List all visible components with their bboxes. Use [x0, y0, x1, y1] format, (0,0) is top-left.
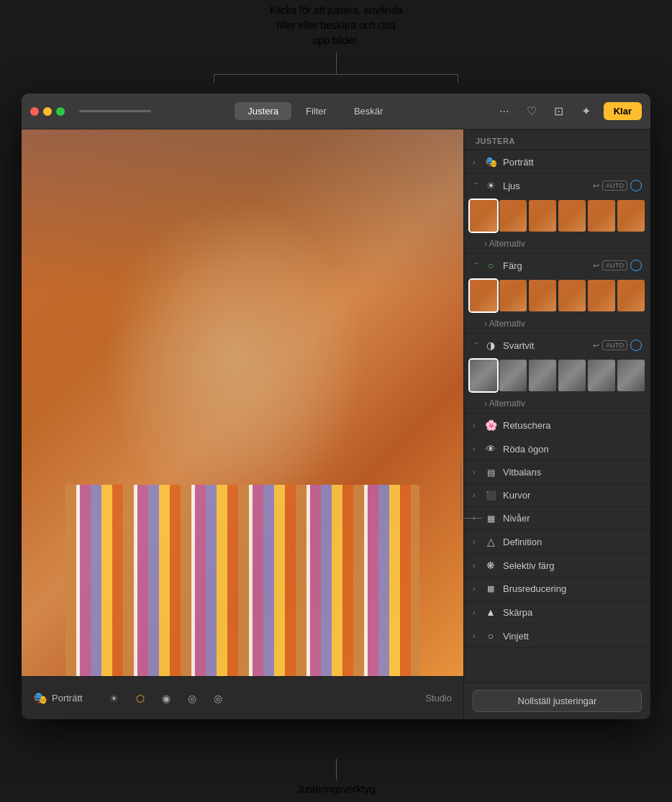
adjust-row-levels[interactable]: › ▦ Nivåer	[464, 507, 650, 529]
adjust-item-levels: › ▦ Nivåer	[464, 507, 650, 530]
adjust-row-light[interactable]: › ☀ Ljus ↩ AUTO	[464, 174, 650, 197]
magic-button[interactable]: ✦	[576, 101, 596, 122]
light-icon[interactable]: ☀	[106, 690, 123, 707]
light-undo[interactable]: ↩	[593, 181, 599, 191]
chevron-wb: ›	[473, 468, 480, 476]
bw-undo[interactable]: ↩	[593, 341, 599, 350]
reset-button[interactable]: Nollställ justeringar	[473, 690, 642, 712]
sharpen-label: Skärpa	[503, 607, 642, 618]
thumb-bw-6[interactable]	[617, 360, 645, 391]
chevron-bw: ›	[473, 342, 481, 349]
annotation-bracket	[214, 74, 458, 83]
adjust-row-selective[interactable]: › ❋ Selektiv färg	[464, 554, 650, 577]
thumb-color-3[interactable]	[529, 280, 556, 311]
retouch-label: Retuschera	[503, 420, 642, 431]
callout-line-horizontal	[460, 518, 482, 519]
heart-button[interactable]: ♡	[522, 101, 542, 122]
thumb-bw-1[interactable]	[470, 360, 497, 391]
thumb-color-2[interactable]	[499, 280, 527, 311]
adjust-item-portrait: › 🎭 Porträtt	[464, 150, 650, 174]
levels-label: Nivåer	[503, 513, 642, 524]
cube-icon[interactable]: ⬡	[132, 690, 149, 707]
adjust-row-noise[interactable]: › ▦ Brusreducering	[464, 578, 650, 600]
bw-alternativ[interactable]: › Alternativ	[464, 396, 650, 413]
chevron-vignette: ›	[473, 632, 480, 640]
adjust-row-retouch[interactable]: › 🌸 Retuschera	[464, 414, 650, 437]
thumb-bw-2[interactable]	[499, 360, 527, 391]
adjust-row-curves[interactable]: › ⬛ Kurvor	[464, 484, 650, 506]
bw-toggle[interactable]	[630, 340, 642, 351]
minimize-button[interactable]	[43, 107, 52, 116]
traffic-lights	[30, 107, 65, 116]
definition-label: Definition	[503, 537, 642, 547]
more-button[interactable]: ···	[494, 101, 514, 122]
photo-bottom-bar: 🎭 Porträtt ☀ ⬡ ◉ ◎ ◎ Studio	[22, 676, 463, 719]
thumb-color-4[interactable]	[558, 280, 586, 311]
bw-auto[interactable]: AUTO	[602, 340, 627, 350]
thumb-bw-4[interactable]	[558, 360, 586, 391]
close-button[interactable]	[30, 107, 39, 116]
circle1-icon[interactable]: ◉	[158, 690, 175, 707]
bw-controls: ↩ AUTO	[593, 340, 642, 351]
color-controls: ↩ AUTO	[593, 260, 642, 271]
adjust-row-redeye[interactable]: › 👁 Röda ögon	[464, 437, 650, 460]
color-item-icon: ○	[484, 260, 497, 271]
adjust-item-selective: › ❋ Selektiv färg	[464, 554, 650, 578]
light-alternativ[interactable]: › Alternativ	[464, 236, 650, 253]
chevron-redeye: ›	[473, 445, 480, 453]
adjust-item-noise: › ▦ Brusreducering	[464, 578, 650, 601]
share-button[interactable]: ⊡	[549, 101, 569, 122]
titlebar: Justera Filter Beskär ··· ♡ ⊡ ✦ Klar	[22, 94, 650, 129]
thumb-light-5[interactable]	[588, 200, 615, 232]
color-item-label: Färg	[503, 260, 593, 271]
thumb-color-5[interactable]	[588, 280, 615, 311]
adjust-row-wb[interactable]: › ▤ Vitbalans	[464, 461, 650, 483]
thumb-bw-5[interactable]	[588, 360, 615, 391]
thumb-color-1[interactable]	[470, 280, 497, 311]
sidebar-content[interactable]: › 🎭 Porträtt › ☀ Ljus ↩ AUTO	[464, 150, 650, 682]
maximize-button[interactable]	[56, 107, 65, 116]
bw-item-icon: ◑	[484, 340, 497, 351]
klar-button[interactable]: Klar	[604, 102, 642, 120]
color-undo[interactable]: ↩	[593, 261, 599, 270]
adjust-row-sharpen[interactable]: › ▲ Skärpa	[464, 601, 650, 624]
tab-crop[interactable]: Beskär	[341, 102, 396, 120]
color-alternativ[interactable]: › Alternativ	[464, 316, 650, 333]
thumb-bw-3[interactable]	[529, 360, 556, 391]
thumb-light-4[interactable]	[558, 200, 586, 232]
thumb-color-6[interactable]	[617, 280, 645, 311]
brightness-slider[interactable]	[79, 110, 151, 112]
color-thumbnails	[464, 277, 650, 316]
portrait-mode-label: 🎭 Porträtt	[33, 691, 83, 705]
thumb-light-6[interactable]	[617, 200, 645, 232]
adjust-row-vignette[interactable]: › ○ Vinjett	[464, 624, 650, 647]
light-auto[interactable]: AUTO	[602, 181, 627, 191]
redeye-icon: 👁	[484, 443, 497, 455]
sidebar: JUSTERA › 🎭 Porträtt › ☀ Ljus	[463, 129, 650, 719]
light-controls: ↩ AUTO	[593, 180, 642, 191]
adjust-row-portrait[interactable]: › 🎭 Porträtt	[464, 150, 650, 173]
tab-adjust[interactable]: Justera	[235, 102, 291, 120]
adjust-row-color[interactable]: › ○ Färg ↩ AUTO	[464, 254, 650, 277]
levels-icon: ▦	[484, 514, 497, 524]
adjust-row-bw[interactable]: › ◑ Svartvit ↩ AUTO	[464, 334, 650, 357]
adjust-item-light: › ☀ Ljus ↩ AUTO	[464, 174, 650, 254]
circle2-icon[interactable]: ◎	[183, 690, 201, 707]
thumb-light-1[interactable]	[470, 200, 497, 232]
sidebar-header: JUSTERA	[464, 129, 650, 150]
light-toggle[interactable]	[630, 180, 642, 191]
titlebar-actions: ··· ♡ ⊡ ✦ Klar	[494, 101, 642, 122]
chevron-selective: ›	[473, 562, 480, 570]
thumb-light-2[interactable]	[499, 200, 527, 232]
annotation-text: Klicka för att justera, använda filter e…	[270, 3, 402, 48]
chevron-sharpen: ›	[473, 609, 480, 616]
adjust-row-definition[interactable]: › △ Definition	[464, 530, 650, 553]
chevron-portrait: ›	[473, 158, 480, 166]
circle3-icon[interactable]: ◎	[209, 690, 227, 707]
thumb-light-3[interactable]	[529, 200, 556, 232]
wb-label: Vitbalans	[503, 467, 642, 478]
curves-icon: ⬛	[484, 491, 497, 501]
tab-filter[interactable]: Filter	[293, 102, 340, 120]
color-toggle[interactable]	[630, 260, 642, 271]
color-auto[interactable]: AUTO	[602, 260, 627, 270]
